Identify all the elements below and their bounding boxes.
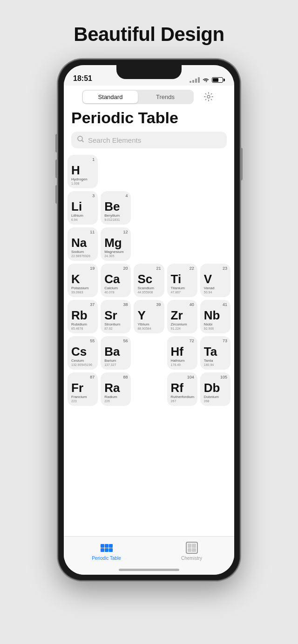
element-Y[interactable]: 39 Y Yttrium 88.90584 <box>134 300 164 333</box>
element-K[interactable]: 19 K Potassium 39.0983 <box>68 264 98 297</box>
status-icons <box>190 77 225 83</box>
page-headline: Beautiful Design <box>74 23 224 46</box>
segment-control[interactable]: Standard Trends <box>82 90 194 104</box>
battery-icon <box>212 77 225 83</box>
element-Db[interactable]: 105 Db Dubnium 268 <box>200 372 230 406</box>
element-Ti[interactable]: 22 Ti Titanium 47.867 <box>167 264 197 297</box>
empty-r3c4 <box>167 227 197 261</box>
element-Fr[interactable]: 87 Fr Francium 223 <box>68 372 98 406</box>
phone-screen: 18:51 <box>64 65 234 575</box>
empty-r2c3 <box>134 191 164 225</box>
segment-bar: Standard Trends <box>64 86 234 107</box>
element-Be[interactable]: 4 Be Beryllium 9.0121831 <box>101 191 131 225</box>
periodic-table-icon <box>100 541 113 554</box>
signal-icon <box>190 77 200 83</box>
chemistry-icon <box>185 541 198 554</box>
element-Rf[interactable]: 104 Rf Rutherfordium 267 <box>167 372 197 406</box>
element-Hf[interactable]: 72 Hf Hafnium 178.49 <box>167 336 197 370</box>
empty-r1c5 <box>200 155 230 188</box>
elements-scroll: 1 H Hydrogen 1.008 3 Li Lithium 6.94 <box>64 155 234 536</box>
settings-button[interactable] <box>201 89 216 104</box>
element-Ta[interactable]: 73 Ta Tanta 180.94 <box>200 336 230 370</box>
wifi-icon <box>202 77 210 83</box>
phone-frame: 18:51 <box>58 60 240 580</box>
element-Ra[interactable]: 88 Ra Radium 226 <box>101 372 131 406</box>
empty-r1c2 <box>101 155 131 188</box>
segment-standard[interactable]: Standard <box>83 91 138 103</box>
content-area: Standard Trends Periodic Table <box>64 86 234 575</box>
empty-r7c3 <box>134 372 164 406</box>
tab-chemistry-label: Chemistry <box>181 556 202 561</box>
svg-point-0 <box>207 95 210 98</box>
search-icon <box>77 135 84 145</box>
element-Sc[interactable]: 21 Sc Scandium 44.955908 <box>134 264 164 297</box>
element-V[interactable]: 23 V Vanad 50.94 <box>200 264 230 297</box>
empty-r3c5 <box>200 227 230 261</box>
empty-r6c3 <box>134 336 164 370</box>
element-Cs[interactable]: 55 Cs Cesium 132.90545196 <box>68 336 98 370</box>
notch <box>116 65 182 79</box>
element-Li[interactable]: 3 Li Lithium 6.94 <box>68 191 98 225</box>
segment-trends[interactable]: Trends <box>138 91 193 103</box>
empty-r1c4 <box>167 155 197 188</box>
home-indicator <box>119 569 179 571</box>
element-H[interactable]: 1 H Hydrogen 1.008 <box>68 155 98 188</box>
element-Ba[interactable]: 56 Ba Barium 137.327 <box>101 336 131 370</box>
search-bar[interactable]: Search Elements <box>71 132 227 148</box>
empty-r3c3 <box>134 227 164 261</box>
tab-periodic-label: Periodic Table <box>92 556 121 561</box>
tab-chemistry[interactable]: Chemistry <box>149 541 234 561</box>
element-Na[interactable]: 11 Na Sodium 22.98976928 <box>68 227 98 261</box>
empty-r1c3 <box>134 155 164 188</box>
empty-r2c4 <box>167 191 197 225</box>
element-Mg[interactable]: 12 Mg Magnesium 24.305 <box>101 227 131 261</box>
element-Nb[interactable]: 41 Nb Niobi 92.906 <box>200 300 230 333</box>
element-Zr[interactable]: 40 Zr Zirconium 91.224 <box>167 300 197 333</box>
empty-r2c5 <box>200 191 230 225</box>
element-Rb[interactable]: 37 Rb Rubidium 85.4678 <box>68 300 98 333</box>
elements-grid: 1 H Hydrogen 1.008 3 Li Lithium 6.94 <box>68 155 230 411</box>
app-title: Periodic Table <box>64 107 234 132</box>
tab-periodic-table[interactable]: Periodic Table <box>64 541 149 561</box>
element-Sr[interactable]: 38 Sr Strontium 87.62 <box>101 300 131 333</box>
element-Ca[interactable]: 20 Ca Calcium 40.078 <box>101 264 131 297</box>
search-placeholder: Search Elements <box>88 136 141 144</box>
status-time: 18:51 <box>73 74 92 83</box>
